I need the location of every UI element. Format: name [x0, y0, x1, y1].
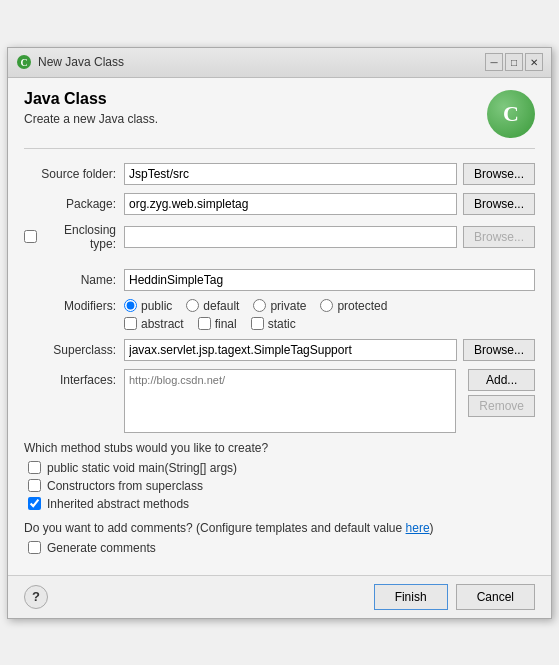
- modifier-static-label: static: [268, 317, 296, 331]
- generate-comments-row: Generate comments: [24, 541, 535, 555]
- stub-constructors-label: Constructors from superclass: [47, 479, 203, 493]
- minimize-button[interactable]: ─: [485, 53, 503, 71]
- superclass-browse-button[interactable]: Browse...: [463, 339, 535, 361]
- title-bar: C New Java Class ─ □ ✕: [8, 48, 551, 78]
- modifier-private[interactable]: private: [253, 299, 306, 313]
- stub-constructors-checkbox[interactable]: [28, 479, 41, 492]
- package-label: Package:: [24, 197, 124, 211]
- enclosing-type-browse-button[interactable]: Browse...: [463, 226, 535, 248]
- close-button[interactable]: ✕: [525, 53, 543, 71]
- modifier-public-radio[interactable]: [124, 299, 137, 312]
- modifier-protected-radio[interactable]: [320, 299, 333, 312]
- enclosing-type-label-area: Enclosing type:: [24, 223, 124, 251]
- stub-inherited-row: Inherited abstract methods: [24, 497, 535, 511]
- modifiers-label: Modifiers:: [24, 299, 124, 313]
- modifier-default[interactable]: default: [186, 299, 239, 313]
- header-text: Java Class Create a new Java class.: [24, 90, 158, 126]
- modifier-final-checkbox[interactable]: [198, 317, 211, 330]
- modifier-static[interactable]: static: [251, 317, 296, 331]
- name-row: Name:: [24, 269, 535, 291]
- stub-main-label: public static void main(String[] args): [47, 461, 237, 475]
- java-class-icon: C: [16, 54, 32, 70]
- modifier-default-label: default: [203, 299, 239, 313]
- stubs-section: Which method stubs would you like to cre…: [24, 441, 535, 511]
- stubs-section-title: Which method stubs would you like to cre…: [24, 441, 535, 455]
- cancel-button[interactable]: Cancel: [456, 584, 535, 610]
- maximize-button[interactable]: □: [505, 53, 523, 71]
- comments-question-end: ): [430, 521, 434, 535]
- source-folder-browse-button[interactable]: Browse...: [463, 163, 535, 185]
- comments-question-text: Do you want to add comments? (Configure …: [24, 521, 406, 535]
- modifier-private-radio[interactable]: [253, 299, 266, 312]
- enclosing-type-input[interactable]: [124, 226, 457, 248]
- source-folder-input[interactable]: [124, 163, 457, 185]
- package-input[interactable]: [124, 193, 457, 215]
- enclosing-type-checkbox[interactable]: [24, 230, 37, 243]
- modifier-protected-label: protected: [337, 299, 387, 313]
- footer-buttons: Finish Cancel: [374, 584, 535, 610]
- superclass-input[interactable]: [124, 339, 457, 361]
- stub-inherited-label: Inherited abstract methods: [47, 497, 189, 511]
- generate-comments-label: Generate comments: [47, 541, 156, 555]
- modifier-private-label: private: [270, 299, 306, 313]
- package-browse-button[interactable]: Browse...: [463, 193, 535, 215]
- title-bar-left: C New Java Class: [16, 54, 124, 70]
- stub-constructors-row: Constructors from superclass: [24, 479, 535, 493]
- source-folder-row: Source folder: Browse...: [24, 163, 535, 185]
- window-title: New Java Class: [38, 55, 124, 69]
- svg-text:C: C: [20, 57, 27, 68]
- modifiers-row2: abstract final static: [24, 317, 535, 331]
- new-java-class-dialog: C New Java Class ─ □ ✕ Java Class Create…: [7, 47, 552, 619]
- interfaces-textarea[interactable]: [124, 369, 456, 433]
- modifier-static-checkbox[interactable]: [251, 317, 264, 330]
- comments-section: Do you want to add comments? (Configure …: [24, 521, 535, 555]
- stub-main-row: public static void main(String[] args): [24, 461, 535, 475]
- superclass-row: Superclass: Browse...: [24, 339, 535, 361]
- enclosing-type-label: Enclosing type:: [41, 223, 116, 251]
- header-subtitle: Create a new Java class.: [24, 112, 158, 126]
- finish-button[interactable]: Finish: [374, 584, 448, 610]
- modifier-protected[interactable]: protected: [320, 299, 387, 313]
- stub-inherited-checkbox[interactable]: [28, 497, 41, 510]
- modifier-public[interactable]: public: [124, 299, 172, 313]
- name-label: Name:: [24, 273, 124, 287]
- interfaces-buttons: Add... Remove: [462, 369, 535, 417]
- help-button[interactable]: ?: [24, 585, 48, 609]
- enclosing-type-row: Enclosing type: Browse...: [24, 223, 535, 251]
- superclass-label: Superclass:: [24, 343, 124, 357]
- modifiers-group: public default private protected: [124, 299, 535, 313]
- interfaces-add-button[interactable]: Add...: [468, 369, 535, 391]
- java-logo: C: [487, 90, 535, 138]
- comments-link[interactable]: here: [406, 521, 430, 535]
- header-title: Java Class: [24, 90, 158, 108]
- modifier-public-label: public: [141, 299, 172, 313]
- dialog-footer: ? Finish Cancel: [8, 575, 551, 618]
- modifier-final[interactable]: final: [198, 317, 237, 331]
- modifiers-row: Modifiers: public default private protec…: [24, 299, 535, 313]
- header-section: Java Class Create a new Java class. C: [24, 90, 535, 149]
- dialog-content: Java Class Create a new Java class. C So…: [8, 78, 551, 575]
- modifier-abstract-label: abstract: [141, 317, 184, 331]
- name-input[interactable]: [124, 269, 535, 291]
- interfaces-label: Interfaces:: [24, 369, 124, 387]
- package-row: Package: Browse...: [24, 193, 535, 215]
- source-folder-label: Source folder:: [24, 167, 124, 181]
- interfaces-remove-button[interactable]: Remove: [468, 395, 535, 417]
- interfaces-row: Interfaces: Add... Remove: [24, 369, 535, 433]
- modifier-abstract[interactable]: abstract: [124, 317, 184, 331]
- window-controls: ─ □ ✕: [485, 53, 543, 71]
- modifier-final-label: final: [215, 317, 237, 331]
- generate-comments-checkbox[interactable]: [28, 541, 41, 554]
- comments-question: Do you want to add comments? (Configure …: [24, 521, 535, 535]
- modifier-default-radio[interactable]: [186, 299, 199, 312]
- stub-main-checkbox[interactable]: [28, 461, 41, 474]
- modifier-abstract-checkbox[interactable]: [124, 317, 137, 330]
